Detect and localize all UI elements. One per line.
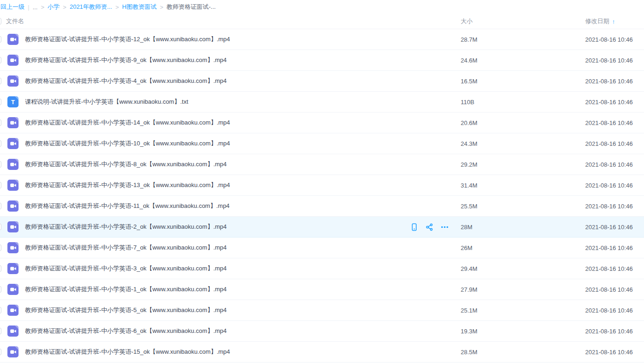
share-button[interactable]	[425, 223, 433, 231]
file-date: 2021-08-16 10:46	[585, 36, 644, 43]
breadcrumb-link-xiaoxue[interactable]: 小学	[48, 3, 60, 11]
file-size: 29.4M	[461, 265, 585, 272]
breadcrumb-ellipsis[interactable]: ...	[32, 4, 38, 11]
row-checkbox[interactable]	[0, 36, 1, 43]
file-date: 2021-08-16 10:46	[585, 286, 644, 293]
row-checkbox[interactable]	[0, 265, 1, 272]
row-checkbox[interactable]	[0, 99, 1, 105]
file-size: 28.7M	[461, 36, 585, 43]
file-row[interactable]: 教师资格证面试-试讲提升班-中小学英语-6_ok【www.xunibaoku.c…	[0, 321, 644, 342]
breadcrumb-link-htu[interactable]: H图教资面试	[122, 3, 156, 11]
file-name[interactable]: 教师资格证面试-试讲提升班-中小学英语-9_ok【www.xunibaoku.c…	[25, 56, 227, 64]
breadcrumb-separator: >	[63, 4, 67, 11]
file-name-cell: 教师资格证面试-试讲提升班-中小学英语-14_ok【www.xunibaoku.…	[0, 117, 461, 128]
file-name-cell: 教师资格证面试-试讲提升班-中小学英语-1_ok【www.xunibaoku.c…	[0, 284, 461, 295]
breadcrumb-separator: >	[41, 4, 44, 11]
column-header-size[interactable]: 大小	[461, 17, 585, 25]
file-row[interactable]: 教师资格证面试-试讲提升班-中小学英语-13_ok【www.xunibaoku.…	[0, 175, 644, 196]
file-name[interactable]: 教师资格证面试-试讲提升班-中小学英语-13_ok【www.xunibaoku.…	[25, 181, 230, 189]
file-date: 2021-08-16 10:46	[585, 328, 644, 335]
row-checkbox[interactable]	[0, 140, 1, 147]
file-row[interactable]: 教师资格证面试-试讲提升班-中小学英语-4_ok【www.xunibaoku.c…	[0, 71, 644, 92]
file-row[interactable]: 教师资格证面试-试讲提升班-中小学英语-7_ok【www.xunibaoku.c…	[0, 238, 644, 258]
save-to-device-button[interactable]	[410, 223, 418, 231]
row-checkbox[interactable]	[0, 203, 1, 209]
file-name[interactable]: 教师资格证面试-试讲提升班-中小学英语-4_ok【www.xunibaoku.c…	[25, 77, 227, 85]
video-file-icon	[7, 200, 19, 212]
row-checkbox[interactable]	[0, 224, 1, 230]
sort-asc-icon: ↑	[612, 18, 615, 25]
row-checkbox[interactable]	[0, 328, 1, 334]
video-camera-icon	[10, 119, 17, 126]
row-checkbox[interactable]	[0, 307, 1, 313]
file-row[interactable]: 教师资格证面试-试讲提升班-中小学英语-14_ok【www.xunibaoku.…	[0, 113, 644, 133]
file-name[interactable]: 教师资格证面试-试讲提升班-中小学英语-6_ok【www.xunibaoku.c…	[25, 327, 227, 335]
file-row[interactable]: 教师资格证面试-试讲提升班-中小学英语-5_ok【www.xunibaoku.c…	[0, 300, 644, 321]
file-row[interactable]: 教师资格证面试-试讲提升班-中小学英语-3_ok【www.xunibaoku.c…	[0, 258, 644, 279]
video-file-icon	[7, 263, 19, 274]
file-name[interactable]: 教师资格证面试-试讲提升班-中小学英语-11_ok【www.xunibaoku.…	[25, 202, 230, 210]
more-button[interactable]	[441, 223, 449, 231]
file-row[interactable]: 教师资格证面试-试讲提升班-中小学英语-10_ok【www.xunibaoku.…	[0, 133, 644, 154]
video-file-icon	[7, 117, 19, 128]
file-size: 24.6M	[461, 57, 585, 64]
row-checkbox[interactable]	[0, 349, 1, 355]
select-all-checkbox[interactable]	[0, 18, 1, 25]
video-camera-icon	[10, 244, 17, 251]
file-name-cell: 教师资格证面试-试讲提升班-中小学英语-15_ok【www.xunibaoku.…	[0, 346, 461, 357]
file-row[interactable]: 教师资格证面试-试讲提升班-中小学英语-1_ok【www.xunibaoku.c…	[0, 279, 644, 300]
breadcrumb-divider: |	[28, 4, 29, 11]
row-checkbox[interactable]	[0, 182, 1, 188]
column-header-date[interactable]: 修改日期 ↑	[585, 17, 644, 25]
file-row[interactable]: 教师资格证面试-试讲提升班-中小学英语-15_ok【www.xunibaoku.…	[0, 342, 644, 363]
file-size: 27.9M	[461, 286, 585, 293]
file-name[interactable]: 教师资格证面试-试讲提升班-中小学英语-1_ok【www.xunibaoku.c…	[25, 285, 227, 294]
file-name[interactable]: 教师资格证面试-试讲提升班-中小学英语-3_ok【www.xunibaoku.c…	[25, 264, 227, 273]
file-row[interactable]: 教师资格证面试-试讲提升班-中小学英语-11_ok【www.xunibaoku.…	[0, 196, 644, 217]
device-icon	[410, 223, 418, 231]
breadcrumb-back-link[interactable]: 回上一级	[0, 3, 25, 11]
video-camera-icon	[10, 224, 17, 231]
file-date: 2021-08-16 10:46	[585, 78, 644, 85]
file-name[interactable]: 教师资格证面试-试讲提升班-中小学英语-15_ok【www.xunibaoku.…	[25, 348, 230, 356]
file-name[interactable]: 教师资格证面试-试讲提升班-中小学英语-12_ok【www.xunibaoku.…	[25, 35, 230, 44]
file-date: 2021-08-16 10:46	[585, 161, 644, 168]
column-header-date-label: 修改日期	[585, 17, 609, 25]
file-name[interactable]: 教师资格证面试-试讲提升班-中小学英语-7_ok【www.xunibaoku.c…	[25, 244, 227, 252]
file-name[interactable]: 课程说明-试讲提升班-中小学英语【www.xunibaoku.com】.txt	[25, 98, 188, 106]
row-actions	[410, 223, 449, 231]
row-checkbox[interactable]	[0, 78, 1, 84]
breadcrumb-link-2021[interactable]: 2021年教师资...	[69, 3, 112, 11]
file-name[interactable]: 教师资格证面试-试讲提升班-中小学英语-5_ok【www.xunibaoku.c…	[25, 306, 227, 314]
row-checkbox[interactable]	[0, 119, 1, 126]
video-camera-icon	[10, 57, 17, 64]
share-icon	[425, 223, 433, 231]
file-date: 2021-08-16 10:46	[585, 119, 644, 126]
file-name[interactable]: 教师资格证面试-试讲提升班-中小学英语-14_ok【www.xunibaoku.…	[25, 119, 230, 127]
row-checkbox[interactable]	[0, 244, 1, 251]
file-date: 2021-08-16 10:46	[585, 203, 644, 210]
file-row[interactable]: 教师资格证面试-试讲提升班-中小学英语-9_ok【www.xunibaoku.c…	[0, 50, 644, 71]
file-name-cell: 教师资格证面试-试讲提升班-中小学英语-5_ok【www.xunibaoku.c…	[0, 305, 461, 316]
row-checkbox[interactable]	[0, 57, 1, 63]
file-row[interactable]: 教师资格证面试-试讲提升班-中小学英语-12_ok【www.xunibaoku.…	[0, 29, 644, 50]
file-date: 2021-08-16 10:46	[585, 307, 644, 314]
file-name[interactable]: 教师资格证面试-试讲提升班-中小学英语-2_ok【www.xunibaoku.c…	[25, 223, 227, 231]
row-checkbox[interactable]	[0, 286, 1, 293]
file-name[interactable]: 教师资格证面试-试讲提升班-中小学英语-8_ok【www.xunibaoku.c…	[25, 160, 227, 169]
file-size: 20.6M	[461, 119, 585, 126]
row-checkbox[interactable]	[0, 161, 1, 168]
file-row[interactable]: T 课程说明-试讲提升班-中小学英语【www.xunibaoku.com】.tx…	[0, 92, 644, 113]
file-row[interactable]: 教师资格证面试-试讲提升班-中小学英语-2_ok【www.xunibaoku.c…	[0, 217, 644, 238]
file-date: 2021-08-16 10:46	[585, 349, 644, 356]
file-name[interactable]: 教师资格证面试-试讲提升班-中小学英语-10_ok【www.xunibaoku.…	[25, 139, 230, 148]
file-name-cell: 教师资格证面试-试讲提升班-中小学英语-9_ok【www.xunibaoku.c…	[0, 55, 461, 66]
page-fold	[15, 96, 19, 100]
file-name-cell: 教师资格证面试-试讲提升班-中小学英语-11_ok【www.xunibaoku.…	[0, 200, 461, 212]
file-size: 31.4M	[461, 182, 585, 189]
file-row[interactable]: 教师资格证面试-试讲提升班-中小学英语-8_ok【www.xunibaoku.c…	[0, 154, 644, 175]
file-date: 2021-08-16 10:46	[585, 57, 644, 64]
column-header-name[interactable]: 文件名	[6, 17, 24, 25]
more-icon	[441, 223, 449, 231]
breadcrumb-current: 教师资格证面试-...	[167, 3, 216, 11]
